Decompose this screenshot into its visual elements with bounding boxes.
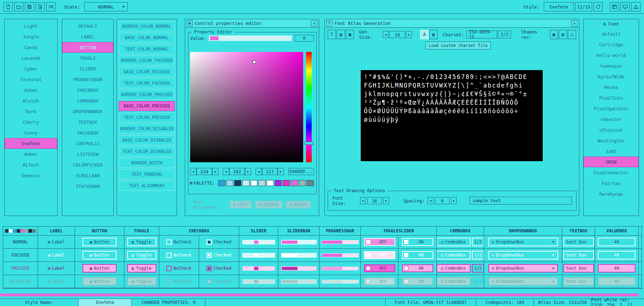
- font-item[interactable]: hello-world: [584, 50, 639, 60]
- toggleslider-on[interactable]: ON: [402, 264, 433, 272]
- sliderbar-preview[interactable]: [281, 266, 317, 271]
- control-type-item[interactable]: VALUEBOX: [62, 127, 113, 138]
- reload-style-button[interactable]: [594, 2, 603, 11]
- font-item[interactable]: Mecha: [584, 82, 639, 93]
- sample-text-input[interactable]: [469, 197, 572, 205]
- theme-item[interactable]: Cherry: [5, 117, 57, 127]
- font-size-decrement[interactable]: ◀: [360, 197, 366, 204]
- checkbox-unchecked[interactable]: NoCheck: [166, 239, 192, 245]
- palette-swatch[interactable]: [251, 180, 258, 186]
- property-item[interactable]: TEXT_COLOR_NORMAL: [119, 44, 175, 54]
- theme-item[interactable]: Sunny: [5, 127, 57, 138]
- font-item-selected[interactable]: GMSN: [584, 157, 639, 167]
- font-item[interactable]: PixelIntv: [584, 93, 639, 103]
- sliderbar-preview[interactable]: [281, 240, 317, 244]
- combobox-preview[interactable]: ◫ComboBox: [437, 238, 471, 246]
- dropdownbox-preview[interactable]: ≡DropdownBox▼: [488, 251, 558, 259]
- font-item[interactable]: Cartridge: [584, 39, 639, 50]
- palette-swatch[interactable]: [242, 180, 249, 186]
- green-value[interactable]: 102: [229, 168, 245, 175]
- control-type-item[interactable]: LABEL: [62, 31, 113, 42]
- theme-item[interactable]: Cyber: [5, 63, 57, 74]
- font-item[interactable]: CozetteVector: [584, 167, 639, 178]
- hue-handle[interactable]: [305, 142, 313, 145]
- slider-knob[interactable]: [254, 254, 258, 257]
- value-slider[interactable]: [209, 36, 292, 41]
- font-item[interactable]: OwreKynge: [584, 189, 639, 199]
- font-item[interactable]: default: [584, 28, 639, 39]
- style-name-box[interactable]: Enefete: [544, 2, 574, 11]
- shapes-empty-button[interactable]: ▢: [568, 30, 576, 39]
- theme-item[interactable]: Light: [5, 21, 57, 31]
- palette-swatch[interactable]: [267, 180, 274, 186]
- combobox-count[interactable]: 1/2: [472, 251, 484, 259]
- property-item-selected[interactable]: BASE_COLOR_PRESSED: [119, 101, 175, 111]
- property-item[interactable]: TEXT_COLOR_DISABLED: [119, 147, 175, 157]
- slider-knob[interactable]: [254, 267, 258, 270]
- palette-swatch[interactable]: [226, 180, 234, 186]
- export-style-button[interactable]: [36, 2, 45, 11]
- theme-item-selected[interactable]: Enefete: [5, 138, 57, 149]
- control-type-item-selected[interactable]: BUTTON: [62, 42, 113, 53]
- textbox-preview[interactable]: text box: [563, 264, 594, 273]
- dropdownbox-preview[interactable]: ≡DropdownBox▼: [488, 238, 558, 246]
- control-type-item[interactable]: TOGGLE: [62, 53, 113, 63]
- theme-item[interactable]: RLTech: [5, 159, 57, 170]
- checkbox-checked[interactable]: Checked: [206, 253, 232, 258]
- gen-size-value[interactable]: 16: [389, 31, 405, 38]
- theme-item[interactable]: Amber: [5, 149, 57, 159]
- checkbox-checked[interactable]: Checked: [206, 266, 232, 271]
- control-type-item[interactable]: COMBOBOX: [62, 95, 113, 106]
- font-item[interactable]: Westington: [584, 135, 639, 146]
- palette-swatch[interactable]: [307, 180, 314, 186]
- shapes-filled-button[interactable]: ▣: [550, 30, 558, 39]
- control-type-item[interactable]: DEFAULT: [62, 21, 113, 31]
- palette-swatch[interactable]: [299, 180, 306, 186]
- control-type-item[interactable]: CONTROL11: [62, 138, 113, 149]
- control-type-item[interactable]: SCROLLBAR: [62, 170, 113, 181]
- theme-item[interactable]: Lavanda: [5, 53, 57, 63]
- spacing-value[interactable]: 0: [435, 197, 450, 204]
- slider-preview[interactable]: [242, 240, 275, 244]
- toggle-preview[interactable]: ◧Toggle: [127, 238, 156, 246]
- random-style-button[interactable]: [46, 2, 55, 11]
- state-dropdown[interactable]: NORMAL ▼: [84, 2, 128, 11]
- toggle-preview[interactable]: ◧Toggle: [127, 264, 156, 273]
- button-preview[interactable]: ▣Button: [82, 264, 117, 273]
- property-item[interactable]: TEXT_COLOR_FOCUSED: [119, 78, 175, 88]
- screen-mode-button[interactable]: [621, 2, 630, 11]
- property-item[interactable]: TEXT_PADDING: [119, 169, 175, 179]
- align-center-button[interactable]: ≣CENTER: [255, 201, 283, 209]
- palette-swatch[interactable]: [283, 180, 290, 186]
- property-item[interactable]: BORDER_COLOR_FOCUSED: [119, 56, 175, 65]
- dropdownbox-preview[interactable]: ≡DropdownBox▼: [488, 264, 558, 273]
- combobox-preview[interactable]: ◫ComboBox: [437, 264, 471, 273]
- save-style-button[interactable]: [25, 2, 34, 11]
- checkbox-checked[interactable]: Checked: [206, 239, 232, 245]
- valuebox-preview[interactable]: 40: [598, 251, 635, 259]
- decrement-button[interactable]: ◀: [223, 168, 229, 175]
- close-icon[interactable]: ×: [311, 20, 317, 27]
- value-slider-knob[interactable]: [210, 36, 219, 40]
- shapes-hatch-button[interactable]: ▨: [559, 30, 567, 39]
- gen-size-decrement[interactable]: ◀: [383, 31, 388, 38]
- property-item[interactable]: BORDER_COLOR_DISABLED: [119, 124, 175, 134]
- toggleslider-off[interactable]: OFF: [364, 264, 395, 272]
- increment-button[interactable]: ▶: [245, 168, 251, 175]
- palette-swat­ch[interactable]: [234, 180, 241, 186]
- font-item[interactable]: Kyrou7Wide: [584, 71, 639, 82]
- spacing-increment[interactable]: ▶: [451, 197, 457, 204]
- control-type-item[interactable]: STATUSBAR: [62, 181, 113, 191]
- font-item[interactable]: Fairfax: [584, 178, 639, 189]
- theme-item[interactable]: Terminal: [5, 74, 57, 85]
- control-type-item[interactable]: PROGRESSBAR: [62, 74, 113, 85]
- property-item[interactable]: TEXT_COLOR_PRESSED: [119, 112, 175, 122]
- color-panel[interactable]: [190, 52, 303, 162]
- close-icon[interactable]: ×: [571, 20, 578, 27]
- checkbox-unchecked[interactable]: NoCheck: [166, 266, 192, 271]
- property-item[interactable]: BORDER_COLOR_NORMAL: [119, 21, 175, 31]
- property-item[interactable]: BASE_COLOR_FOCUSED: [119, 67, 175, 77]
- theme-item[interactable]: Ashes: [5, 85, 57, 95]
- new-file-button[interactable]: [4, 2, 13, 11]
- checkbox-unchecked[interactable]: NoCheck: [166, 253, 192, 258]
